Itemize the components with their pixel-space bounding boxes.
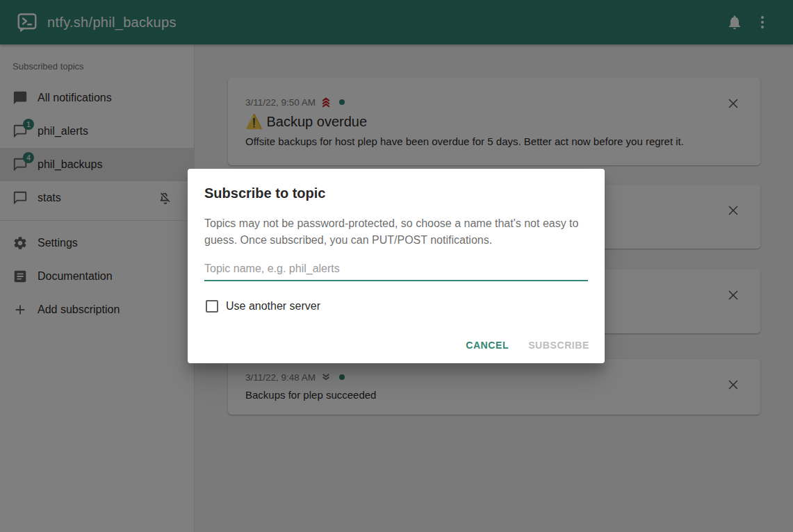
dialog-title: Subscribe to topic <box>204 185 588 201</box>
dialog-description: Topics may not be password-protected, so… <box>204 215 588 249</box>
dialog-actions: CANCEL SUBSCRIBE <box>456 333 599 358</box>
topic-name-input[interactable] <box>204 258 588 281</box>
checkbox-unchecked-icon[interactable] <box>206 300 218 313</box>
use-another-server-option[interactable]: Use another server <box>204 300 588 313</box>
checkbox-label: Use another server <box>226 300 320 313</box>
ntfy-app: ntfy.sh/phil_backups Subscribed topics A… <box>0 0 793 532</box>
cancel-button[interactable]: CANCEL <box>456 333 518 358</box>
subscribe-button[interactable]: SUBSCRIBE <box>518 333 599 358</box>
subscribe-dialog: Subscribe to topic Topics may not be pas… <box>188 169 605 363</box>
